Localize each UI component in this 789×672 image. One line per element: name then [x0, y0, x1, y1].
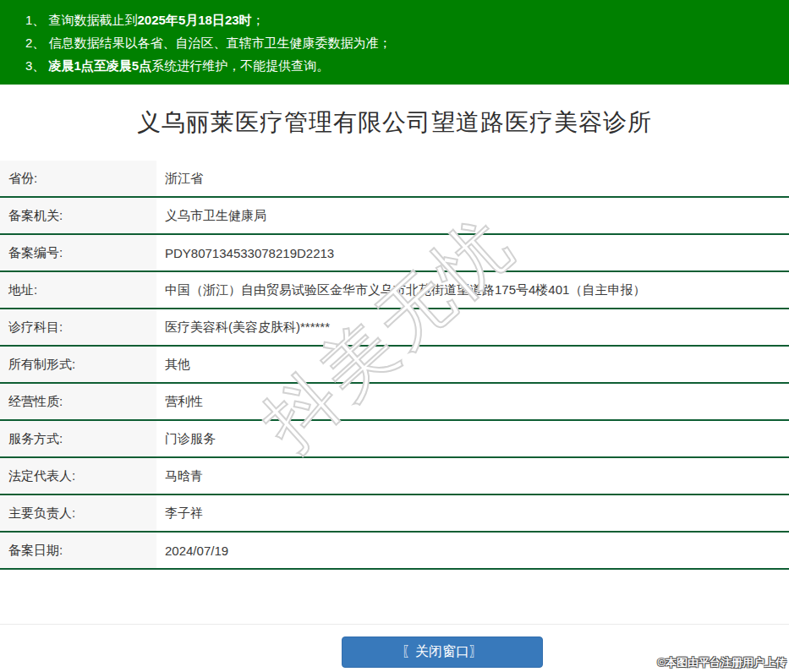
row-label: 备案编号: [0, 235, 156, 270]
title-section: 义乌丽莱医疗管理有限公司望道路医疗美容诊所 [0, 85, 789, 161]
row-label: 省份: [0, 161, 156, 196]
row-label: 诊疗科目: [0, 309, 156, 345]
table-row: 服务方式: 门诊服务 [0, 421, 789, 458]
row-label: 服务方式: [0, 421, 156, 456]
banner-notice-2: 2、 信息数据结果以各省、自治区、直辖市卫生健康委数据为准； [25, 31, 781, 54]
row-value: 中国（浙江）自由贸易试验区金华市义乌市北苑街道望道路175号4楼401（自主申报… [156, 272, 789, 308]
notice-3-bold: 凌晨1点至凌晨5点 [49, 58, 152, 73]
row-value: PDY807134533078219D2213 [156, 235, 789, 270]
table-row: 省份: 浙江省 [0, 161, 789, 198]
page-title: 义乌丽莱医疗管理有限公司望道路医疗美容诊所 [137, 107, 652, 139]
notice-3-suffix: 系统进行维护，不能提供查询。 [151, 58, 329, 73]
table-row: 经营性质: 营利性 [0, 384, 789, 421]
notice-1-suffix: ； [252, 13, 265, 27]
row-value: 医疗美容科(美容皮肤科)****** [156, 309, 789, 345]
row-label: 所有制形式: [0, 347, 156, 382]
row-value: 义乌市卫生健康局 [156, 198, 789, 233]
notice-1-prefix: 1、 查询数据截止到 [25, 13, 138, 27]
notice-banner: 1、 查询数据截止到2025年5月18日23时； 2、 信息数据结果以各省、自治… [0, 0, 789, 85]
row-value: 浙江省 [156, 161, 789, 196]
footer-divider [0, 624, 789, 625]
table-row: 备案编号: PDY807134533078219D2213 [0, 235, 789, 272]
query-result-page: 1、 查询数据截止到2025年5月18日23时； 2、 信息数据结果以各省、自治… [0, 0, 789, 672]
row-label: 主要负责人: [0, 495, 156, 531]
table-row: 备案机关: 义乌市卫生健康局 [0, 198, 789, 235]
table-row: 法定代表人: 马晗青 [0, 458, 789, 495]
row-value: 马晗青 [156, 458, 789, 494]
row-label: 法定代表人: [0, 458, 156, 494]
row-label: 地址: [0, 272, 156, 308]
close-window-button[interactable]: 〖关闭窗口〗 [342, 636, 543, 668]
info-table: 省份: 浙江省 备案机关: 义乌市卫生健康局 备案编号: PDY80713453… [0, 161, 789, 570]
table-row: 地址: 中国（浙江）自由贸易试验区金华市义乌市北苑街道望道路175号4楼401（… [0, 272, 789, 309]
notice-3-prefix: 3、 [25, 58, 49, 73]
notice-2-prefix: 2、 信息数据结果以各省、自治区、直辖市卫生健康委数据为准； [25, 36, 392, 50]
row-value: 2024/07/19 [156, 533, 789, 568]
notice-1-bold: 2025年5月18日23时 [138, 13, 252, 27]
credit-stamp: ©本图由平台注册用户上传 [657, 655, 786, 670]
row-value: 门诊服务 [156, 421, 789, 456]
banner-notice-1: 1、 查询数据截止到2025年5月18日23时； [25, 8, 781, 31]
row-label: 备案日期: [0, 533, 156, 568]
table-row: 备案日期: 2024/07/19 [0, 533, 789, 570]
table-row: 主要负责人: 李子祥 [0, 495, 789, 533]
row-label: 经营性质: [0, 384, 156, 419]
banner-notice-3: 3、 凌晨1点至凌晨5点系统进行维护，不能提供查询。 [25, 54, 781, 77]
row-value: 李子祥 [156, 495, 789, 531]
row-value: 营利性 [156, 384, 789, 419]
row-value: 其他 [156, 347, 789, 382]
table-row: 诊疗科目: 医疗美容科(美容皮肤科)****** [0, 309, 789, 347]
row-label: 备案机关: [0, 198, 156, 233]
table-row: 所有制形式: 其他 [0, 347, 789, 384]
